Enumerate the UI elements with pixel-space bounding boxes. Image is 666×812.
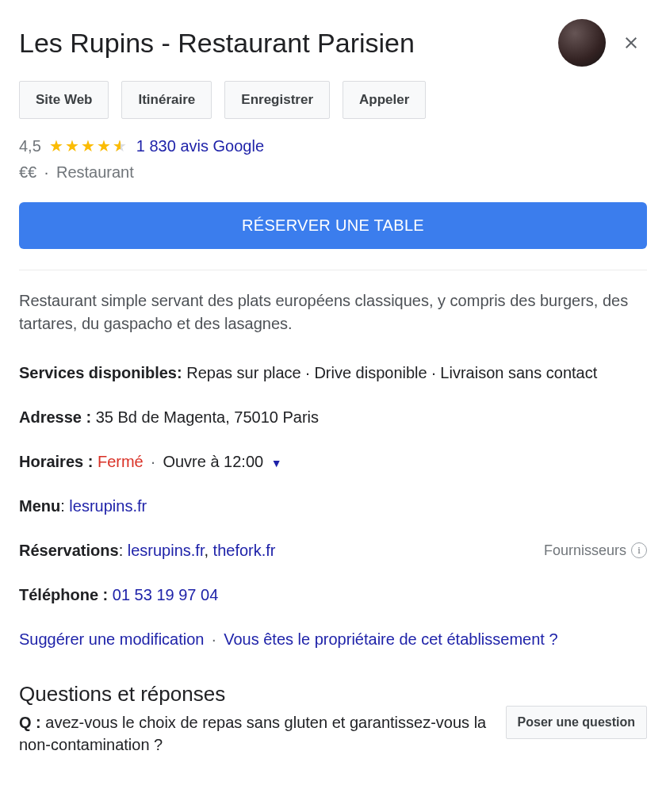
info-icon: i xyxy=(631,542,647,558)
qa-q-prefix: Q : xyxy=(19,714,41,731)
address-value: 35 Bd de Magenta, 75010 Paris xyxy=(96,408,319,426)
phone-number-link[interactable]: 01 53 19 97 04 xyxy=(113,586,218,603)
address-label: Adresse : xyxy=(19,408,91,426)
address-row: Adresse : 35 Bd de Magenta, 75010 Paris xyxy=(19,405,647,429)
separator: · xyxy=(41,163,52,181)
directions-button[interactable]: Itinéraire xyxy=(121,81,212,119)
qa-section: Questions et réponses Q : avez-vous le c… xyxy=(19,682,647,756)
suggest-edit-link[interactable]: Suggérer une modification xyxy=(19,630,204,648)
services-row: Services disponibles: Repas sur place · … xyxy=(19,361,647,385)
close-button[interactable] xyxy=(615,27,647,59)
rating-score: 4,5 xyxy=(19,137,41,155)
menu-row: Menu: lesrupins.fr xyxy=(19,494,647,518)
reviews-link[interactable]: 1 830 avis Google xyxy=(136,137,264,155)
hours-opens: Ouvre à 12:00 xyxy=(163,453,263,470)
divider xyxy=(19,270,647,270)
save-button[interactable]: Enregistrer xyxy=(224,81,330,119)
modify-row: Suggérer une modification · Vous êtes le… xyxy=(19,630,647,649)
close-icon xyxy=(622,33,641,52)
price-category-row: €€ · Restaurant xyxy=(19,163,647,182)
providers-info[interactable]: Fournisseurs i xyxy=(544,540,647,561)
separator: · xyxy=(209,630,220,648)
hours-status: Fermé xyxy=(98,453,144,470)
price-level: €€ xyxy=(19,163,36,181)
website-button[interactable]: Site Web xyxy=(19,81,109,119)
category-label: Restaurant xyxy=(56,163,134,181)
menu-link[interactable]: lesrupins.fr xyxy=(69,497,147,515)
chevron-down-icon: ▼ xyxy=(271,457,282,469)
separator: · xyxy=(147,453,159,470)
hours-label: Horaires : xyxy=(19,453,93,470)
reservations-comma: , xyxy=(204,542,212,559)
menu-label: Menu xyxy=(19,497,60,515)
action-button-row: Site Web Itinéraire Enregistrer Appeler xyxy=(19,81,647,119)
reserve-table-button[interactable]: RÉSERVER UNE TABLE xyxy=(19,202,647,249)
business-photo-thumbnail[interactable] xyxy=(558,19,606,67)
call-button[interactable]: Appeler xyxy=(343,81,426,119)
business-title: Les Rupins - Restaurant Parisien xyxy=(19,26,549,60)
reservations-colon: : xyxy=(119,542,124,559)
rating-stars-icon: ★★★★★★ xyxy=(49,136,128,155)
business-description: Restaurant simple servant des plats euro… xyxy=(19,289,647,335)
providers-label: Fournisseurs xyxy=(544,540,626,561)
phone-row: Téléphone : 01 53 19 97 04 xyxy=(19,583,647,607)
ask-question-button[interactable]: Poser une question xyxy=(506,706,647,739)
reservations-link-2[interactable]: thefork.fr xyxy=(213,542,276,559)
services-value: Repas sur place · Drive disponible · Liv… xyxy=(186,364,597,381)
hours-row[interactable]: Horaires : Fermé · Ouvre à 12:00 ▼ xyxy=(19,450,647,473)
menu-colon: : xyxy=(60,497,65,515)
qa-heading: Questions et réponses xyxy=(19,682,493,707)
reservations-label: Réservations xyxy=(19,542,119,559)
services-label: Services disponibles: xyxy=(19,364,182,381)
rating-row: 4,5 ★★★★★★ 1 830 avis Google xyxy=(19,136,647,155)
phone-label: Téléphone : xyxy=(19,586,108,603)
reservations-row: Réservations: lesrupins.fr, thefork.fr F… xyxy=(19,538,647,562)
reservations-link-1[interactable]: lesrupins.fr xyxy=(128,542,205,559)
owner-link[interactable]: Vous êtes le propriétaire de cet établis… xyxy=(224,630,557,648)
qa-question-text: avez-vous le choix de repas sans gluten … xyxy=(19,714,486,753)
